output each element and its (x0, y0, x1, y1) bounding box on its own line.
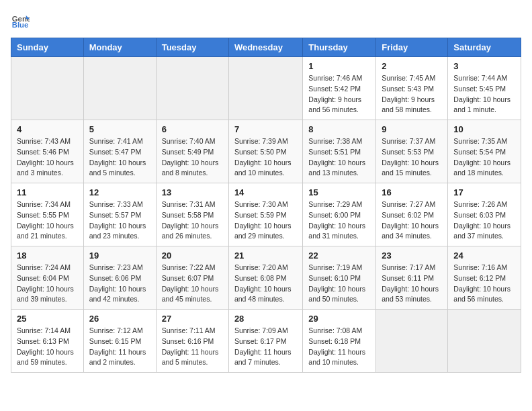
day-of-week-header: Thursday (303, 38, 376, 57)
day-number: 21 (234, 250, 297, 261)
calendar-cell: 3Sunrise: 7:44 AM Sunset: 5:45 PM Daylig… (448, 57, 521, 120)
calendar-cell: 10Sunrise: 7:35 AM Sunset: 5:54 PM Dayli… (448, 120, 521, 183)
day-info: Sunrise: 7:22 AM Sunset: 6:07 PM Dayligh… (162, 263, 223, 305)
day-number: 28 (234, 314, 297, 324)
calendar-cell: 15Sunrise: 7:29 AM Sunset: 6:00 PM Dayli… (303, 183, 376, 246)
logo: General Blue (11, 11, 32, 30)
calendar-cell: 20Sunrise: 7:22 AM Sunset: 6:07 PM Dayli… (156, 246, 228, 310)
calendar-week-row: 1Sunrise: 7:46 AM Sunset: 5:42 PM Daylig… (11, 57, 521, 120)
calendar-cell (376, 310, 448, 373)
day-number: 8 (308, 124, 370, 134)
calendar-cell: 13Sunrise: 7:31 AM Sunset: 5:58 PM Dayli… (156, 183, 228, 246)
day-number: 13 (162, 187, 223, 197)
logo-icon: General Blue (11, 11, 30, 30)
day-of-week-header: Saturday (448, 38, 521, 57)
day-number: 23 (382, 250, 442, 261)
calendar-cell: 1Sunrise: 7:46 AM Sunset: 5:42 PM Daylig… (303, 57, 376, 120)
day-info: Sunrise: 7:35 AM Sunset: 5:54 PM Dayligh… (453, 136, 515, 179)
day-info: Sunrise: 7:40 AM Sunset: 5:49 PM Dayligh… (162, 136, 223, 179)
day-number: 15 (308, 187, 370, 197)
calendar-week-row: 18Sunrise: 7:24 AM Sunset: 6:04 PM Dayli… (11, 246, 521, 310)
calendar-cell: 25Sunrise: 7:14 AM Sunset: 6:13 PM Dayli… (11, 310, 84, 373)
day-info: Sunrise: 7:09 AM Sunset: 6:17 PM Dayligh… (234, 326, 297, 368)
calendar-cell: 12Sunrise: 7:33 AM Sunset: 5:57 PM Dayli… (83, 183, 156, 246)
calendar-cell: 18Sunrise: 7:24 AM Sunset: 6:04 PM Dayli… (11, 246, 84, 310)
day-number: 20 (162, 250, 223, 261)
calendar-cell (448, 310, 521, 373)
day-number: 18 (17, 250, 78, 261)
calendar-cell: 19Sunrise: 7:23 AM Sunset: 6:06 PM Dayli… (83, 246, 156, 310)
day-info: Sunrise: 7:30 AM Sunset: 5:59 PM Dayligh… (234, 199, 297, 242)
day-number: 12 (89, 187, 150, 197)
day-of-week-header: Friday (376, 38, 448, 57)
calendar-cell (11, 57, 84, 120)
calendar-cell: 17Sunrise: 7:26 AM Sunset: 6:03 PM Dayli… (448, 183, 521, 246)
calendar-cell: 6Sunrise: 7:40 AM Sunset: 5:49 PM Daylig… (156, 120, 228, 183)
day-number: 16 (382, 187, 442, 197)
day-info: Sunrise: 7:46 AM Sunset: 5:42 PM Dayligh… (308, 73, 370, 116)
day-number: 17 (453, 187, 515, 197)
calendar-cell: 29Sunrise: 7:08 AM Sunset: 6:18 PM Dayli… (303, 310, 376, 373)
day-info: Sunrise: 7:26 AM Sunset: 6:03 PM Dayligh… (453, 199, 515, 242)
day-info: Sunrise: 7:33 AM Sunset: 5:57 PM Dayligh… (89, 199, 150, 242)
day-info: Sunrise: 7:16 AM Sunset: 6:12 PM Dayligh… (453, 263, 515, 305)
calendar-header-row: SundayMondayTuesdayWednesdayThursdayFrid… (11, 38, 521, 57)
day-info: Sunrise: 7:45 AM Sunset: 5:43 PM Dayligh… (382, 73, 442, 116)
calendar-cell: 21Sunrise: 7:20 AM Sunset: 6:08 PM Dayli… (228, 246, 302, 310)
calendar-cell: 28Sunrise: 7:09 AM Sunset: 6:17 PM Dayli… (228, 310, 302, 373)
calendar-cell: 24Sunrise: 7:16 AM Sunset: 6:12 PM Dayli… (448, 246, 521, 310)
calendar-cell: 27Sunrise: 7:11 AM Sunset: 6:16 PM Dayli… (156, 310, 228, 373)
day-info: Sunrise: 7:31 AM Sunset: 5:58 PM Dayligh… (162, 199, 223, 242)
day-info: Sunrise: 7:14 AM Sunset: 6:13 PM Dayligh… (17, 326, 78, 368)
day-number: 10 (453, 124, 515, 134)
day-number: 27 (162, 314, 223, 324)
svg-text:Blue: Blue (12, 21, 29, 29)
day-info: Sunrise: 7:08 AM Sunset: 6:18 PM Dayligh… (308, 326, 370, 368)
day-info: Sunrise: 7:38 AM Sunset: 5:51 PM Dayligh… (308, 136, 370, 179)
calendar-cell: 26Sunrise: 7:12 AM Sunset: 6:15 PM Dayli… (83, 310, 156, 373)
day-of-week-header: Wednesday (228, 38, 302, 57)
day-info: Sunrise: 7:23 AM Sunset: 6:06 PM Dayligh… (89, 263, 150, 305)
day-number: 6 (162, 124, 223, 134)
day-info: Sunrise: 7:12 AM Sunset: 6:15 PM Dayligh… (89, 326, 150, 368)
calendar-table: SundayMondayTuesdayWednesdayThursdayFrid… (11, 38, 521, 373)
day-number: 5 (89, 124, 150, 134)
calendar-cell (83, 57, 156, 120)
day-number: 24 (453, 250, 515, 261)
calendar-cell: 7Sunrise: 7:39 AM Sunset: 5:50 PM Daylig… (228, 120, 302, 183)
day-number: 11 (17, 187, 78, 197)
day-number: 4 (17, 124, 78, 134)
day-of-week-header: Monday (83, 38, 156, 57)
calendar-cell: 23Sunrise: 7:17 AM Sunset: 6:11 PM Dayli… (376, 246, 448, 310)
calendar-cell (228, 57, 302, 120)
calendar-cell: 5Sunrise: 7:41 AM Sunset: 5:47 PM Daylig… (83, 120, 156, 183)
day-number: 3 (453, 61, 515, 71)
day-number: 25 (17, 314, 78, 324)
calendar-cell: 9Sunrise: 7:37 AM Sunset: 5:53 PM Daylig… (376, 120, 448, 183)
day-number: 29 (308, 314, 370, 324)
day-info: Sunrise: 7:20 AM Sunset: 6:08 PM Dayligh… (234, 263, 297, 305)
calendar-week-row: 11Sunrise: 7:34 AM Sunset: 5:55 PM Dayli… (11, 183, 521, 246)
calendar-cell: 22Sunrise: 7:19 AM Sunset: 6:10 PM Dayli… (303, 246, 376, 310)
page-header: General Blue (11, 11, 521, 30)
calendar-cell: 4Sunrise: 7:43 AM Sunset: 5:46 PM Daylig… (11, 120, 84, 183)
day-info: Sunrise: 7:29 AM Sunset: 6:00 PM Dayligh… (308, 199, 370, 242)
day-number: 7 (234, 124, 297, 134)
day-info: Sunrise: 7:34 AM Sunset: 5:55 PM Dayligh… (17, 199, 78, 242)
day-number: 1 (308, 61, 370, 71)
calendar-cell: 14Sunrise: 7:30 AM Sunset: 5:59 PM Dayli… (228, 183, 302, 246)
day-info: Sunrise: 7:27 AM Sunset: 6:02 PM Dayligh… (382, 199, 442, 242)
day-info: Sunrise: 7:11 AM Sunset: 6:16 PM Dayligh… (162, 326, 223, 368)
day-info: Sunrise: 7:37 AM Sunset: 5:53 PM Dayligh… (382, 136, 442, 179)
day-info: Sunrise: 7:43 AM Sunset: 5:46 PM Dayligh… (17, 136, 78, 179)
day-info: Sunrise: 7:39 AM Sunset: 5:50 PM Dayligh… (234, 136, 297, 179)
day-number: 22 (308, 250, 370, 261)
calendar-cell (156, 57, 228, 120)
day-of-week-header: Tuesday (156, 38, 228, 57)
day-info: Sunrise: 7:24 AM Sunset: 6:04 PM Dayligh… (17, 263, 78, 305)
calendar-cell: 8Sunrise: 7:38 AM Sunset: 5:51 PM Daylig… (303, 120, 376, 183)
day-of-week-header: Sunday (11, 38, 84, 57)
calendar-week-row: 4Sunrise: 7:43 AM Sunset: 5:46 PM Daylig… (11, 120, 521, 183)
day-info: Sunrise: 7:41 AM Sunset: 5:47 PM Dayligh… (89, 136, 150, 179)
day-number: 2 (382, 61, 442, 71)
